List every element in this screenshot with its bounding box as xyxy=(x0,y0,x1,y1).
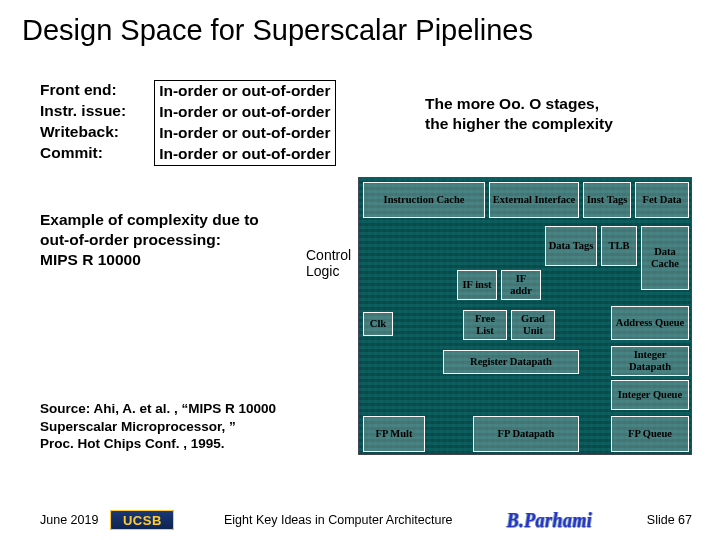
chip-block-data-tags: Data Tags xyxy=(545,226,597,266)
stage-label: Front end: xyxy=(40,80,126,101)
source-line: Superscalar Microprocessor, ” xyxy=(40,418,276,436)
stage-label: Instr. issue: xyxy=(40,101,126,122)
stage-label: Writeback: xyxy=(40,122,126,143)
complexity-note: The more Oo. O stages, the higher the co… xyxy=(425,94,613,134)
chip-die-image: Instruction Cache External Interface Ins… xyxy=(358,177,692,455)
stage-labels-col: Front end: Instr. issue: Writeback: Comm… xyxy=(40,80,126,164)
chip-block-if-inst: IF inst xyxy=(457,270,497,300)
chip-block-clk: Clk xyxy=(363,312,393,336)
example-line: Example of complexity due to xyxy=(40,210,259,230)
chip-block-tlb: TLB xyxy=(601,226,637,266)
chip-block-fp-queue: FP Queue xyxy=(611,416,689,452)
chip-block-instr-cache: Instruction Cache xyxy=(363,182,485,218)
example-line: MIPS R 10000 xyxy=(40,250,259,270)
footer-slide-number: Slide 67 xyxy=(647,513,692,527)
ucsb-logo: UCSB xyxy=(110,510,174,530)
chip-block-inst-tags: Inst Tags xyxy=(583,182,631,218)
source-line: Proc. Hot Chips Conf. , 1995. xyxy=(40,435,276,453)
chip-block-if-addr: IF addr xyxy=(501,270,541,300)
slide-footer: June 2019 UCSB Eight Key Ideas in Comput… xyxy=(0,510,720,530)
stage-value: In-order or out-of-order xyxy=(159,123,330,144)
slide-title: Design Space for Superscalar Pipelines xyxy=(0,0,720,47)
source-line: Source: Ahi, A. et al. , “MIPS R 10000 xyxy=(40,400,276,418)
chip-block-addr-queue: Address Queue xyxy=(611,306,689,340)
chip-block-int-datapath: Integer Datapath xyxy=(611,346,689,376)
chip-block-free-list: Free List xyxy=(463,310,507,340)
footer-center: Eight Key Ideas in Computer Architecture xyxy=(224,513,453,527)
note-line: The more Oo. O stages, xyxy=(425,94,613,114)
chip-block-fp-datapath: FP Datapath xyxy=(473,416,579,452)
chip-block-ext-if: External Interface xyxy=(489,182,579,218)
stage-label: Commit: xyxy=(40,143,126,164)
stage-value: In-order or out-of-order xyxy=(159,81,330,102)
note-line: the higher the complexity xyxy=(425,114,613,134)
chip-block-int-queue: Integer Queue xyxy=(611,380,689,410)
example-line: out-of-order processing: xyxy=(40,230,259,250)
footer-author: B.Parhami xyxy=(507,510,593,530)
chip-block-fet-data: Fet Data xyxy=(635,182,689,218)
footer-date: June 2019 xyxy=(40,513,98,527)
stage-value: In-order or out-of-order xyxy=(159,144,330,165)
stage-table: Front end: Instr. issue: Writeback: Comm… xyxy=(40,80,336,166)
source-citation: Source: Ahi, A. et al. , “MIPS R 10000 S… xyxy=(40,400,276,453)
footer-left: June 2019 UCSB xyxy=(40,510,174,530)
chip-block-grad-unit: Grad Unit xyxy=(511,310,555,340)
stage-values-col: In-order or out-of-order In-order or out… xyxy=(154,80,335,166)
stage-value: In-order or out-of-order xyxy=(159,102,330,123)
chip-block-fp-mult: FP Mult xyxy=(363,416,425,452)
control-logic-label: Control Logic xyxy=(306,247,351,279)
chip-block-data-cache: Data Cache xyxy=(641,226,689,290)
chip-block-reg-datapath: Register Datapath xyxy=(443,350,579,374)
example-text: Example of complexity due to out-of-orde… xyxy=(40,210,259,270)
